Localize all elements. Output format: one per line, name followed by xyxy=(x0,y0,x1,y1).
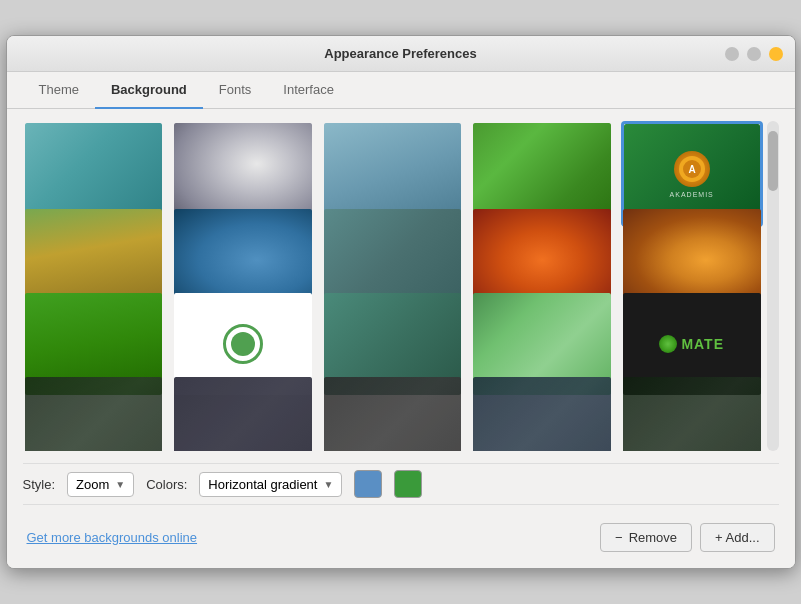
tab-interface[interactable]: Interface xyxy=(267,72,350,109)
tabs-bar: Theme Background Fonts Interface xyxy=(7,72,795,109)
minimize-button[interactable] xyxy=(725,47,739,61)
colors-label: Colors: xyxy=(146,477,187,492)
wallpaper-item[interactable] xyxy=(621,375,763,451)
colors-dropdown-arrow: ▼ xyxy=(323,479,333,490)
tab-fonts[interactable]: Fonts xyxy=(203,72,268,109)
get-more-backgrounds-link[interactable]: Get more backgrounds online xyxy=(27,530,198,545)
style-dropdown-arrow: ▼ xyxy=(115,479,125,490)
wallpaper-section: A AKADEMIS xyxy=(23,121,779,463)
window-controls xyxy=(725,47,783,61)
app-window: Appearance Preferences Theme Background … xyxy=(6,35,796,569)
style-controls: Style: Zoom ▼ Colors: Horizontal gradien… xyxy=(23,463,779,505)
footer: Get more backgrounds online − Remove + A… xyxy=(23,515,779,556)
style-dropdown-value: Zoom xyxy=(76,477,109,492)
tab-background[interactable]: Background xyxy=(95,72,203,109)
wallpaper-item[interactable] xyxy=(172,375,314,451)
wallpaper-item[interactable] xyxy=(322,375,464,451)
remove-icon: − xyxy=(615,530,623,545)
maximize-button[interactable] xyxy=(769,47,783,61)
add-button[interactable]: + Add... xyxy=(700,523,774,552)
close-button[interactable] xyxy=(747,47,761,61)
content-area: A AKADEMIS xyxy=(7,109,795,568)
style-dropdown[interactable]: Zoom ▼ xyxy=(67,472,134,497)
wallpaper-grid: A AKADEMIS xyxy=(23,121,763,451)
colors-dropdown[interactable]: Horizontal gradient ▼ xyxy=(199,472,342,497)
window-title: Appearance Preferences xyxy=(324,46,476,61)
color-swatch-1[interactable] xyxy=(354,470,382,498)
remove-label: Remove xyxy=(629,530,677,545)
akademis-logo: A xyxy=(674,151,710,187)
mate-logo-white xyxy=(223,324,263,364)
add-label: + Add... xyxy=(715,530,759,545)
wallpaper-grid-wrapper: A AKADEMIS xyxy=(23,121,763,463)
footer-buttons: − Remove + Add... xyxy=(600,523,774,552)
mate-logo-dark: MATE xyxy=(659,335,724,353)
remove-button[interactable]: − Remove xyxy=(600,523,692,552)
tab-theme[interactable]: Theme xyxy=(23,72,95,109)
titlebar: Appearance Preferences xyxy=(7,36,795,72)
scrollbar[interactable] xyxy=(767,121,779,451)
color-swatch-2[interactable] xyxy=(394,470,422,498)
colors-dropdown-value: Horizontal gradient xyxy=(208,477,317,492)
akademis-text: AKADEMIS xyxy=(670,191,714,198)
scrollbar-thumb[interactable] xyxy=(768,131,778,191)
svg-text:A: A xyxy=(688,164,695,175)
style-label: Style: xyxy=(23,477,56,492)
wallpaper-item[interactable] xyxy=(471,375,613,451)
wallpaper-item[interactable] xyxy=(23,375,165,451)
